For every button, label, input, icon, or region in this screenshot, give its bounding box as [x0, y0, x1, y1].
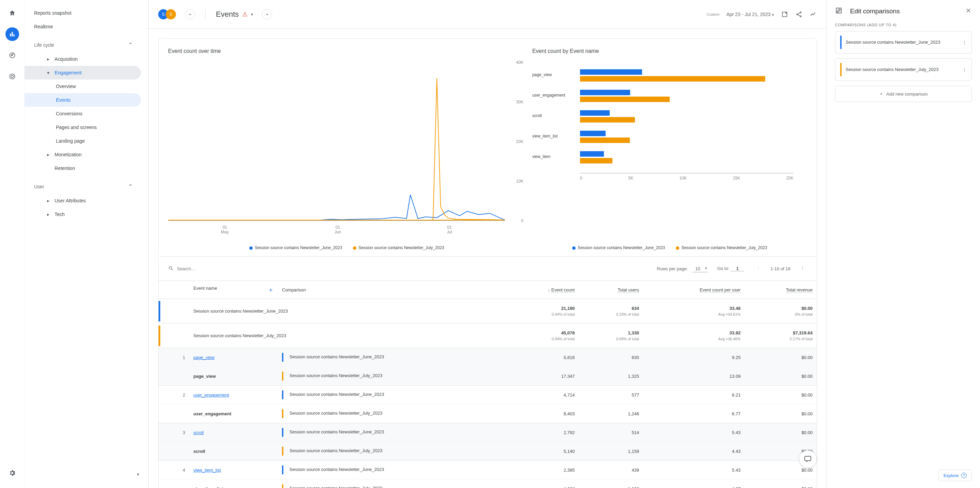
feedback-fab[interactable] [799, 450, 816, 467]
section-label: User [34, 184, 45, 190]
col-event-count[interactable]: Event count [551, 287, 575, 293]
panel-title: Edit comparisons [850, 8, 900, 15]
nav-pages-screens[interactable]: Pages and screens [25, 120, 141, 134]
add-comparison-chip[interactable]: ＋ [185, 9, 195, 19]
reports-icon[interactable] [5, 27, 19, 41]
left-sidebar: Reports snapshot Realtime Life cycle ⌃ ▸… [25, 0, 149, 488]
table-row[interactable]: user_engagementSession source contains N… [159, 404, 817, 423]
home-icon[interactable] [5, 6, 19, 20]
advertising-icon[interactable] [5, 70, 19, 83]
explore-icon[interactable] [5, 48, 19, 62]
nav-events[interactable]: Events [25, 93, 141, 107]
app-rail [0, 0, 25, 488]
nav-acquisition[interactable]: ▸Acquisition [25, 52, 141, 66]
more-icon[interactable]: ⋮ [962, 40, 967, 45]
next-page-button[interactable]: 〉 [800, 264, 807, 273]
svg-rect-0 [10, 33, 11, 36]
insights-icon[interactable] [810, 11, 817, 18]
title-dropdown-icon[interactable]: ▾ [251, 12, 253, 17]
more-icon[interactable]: ⋮ [962, 67, 967, 72]
nav-monetization[interactable]: ▸Monetization [25, 148, 141, 161]
comparison-card[interactable]: Session source contains Newsletter_June_… [835, 31, 972, 54]
line-chart[interactable]: 40K30K20K10K0 01May01Jun01Jul [168, 62, 525, 241]
legend-swatch-blue [572, 246, 576, 250]
table-toolbar: Rows per page: 10 ▾ Go to: 〈 1-10 of 18 … [159, 257, 817, 281]
edit-icon [835, 7, 843, 15]
prev-page-button[interactable]: 〈 [754, 264, 761, 273]
explore-chip[interactable]: Explore ? [939, 470, 972, 481]
legend-swatch-orange [676, 246, 679, 250]
svg-rect-1 [11, 32, 13, 36]
page-title: Events ⚠ ▾ [216, 10, 253, 19]
rows-per-page-label: Rows per page: [657, 266, 688, 271]
table-row[interactable]: page_viewSession source contains Newslet… [159, 367, 817, 386]
nav-user-attributes[interactable]: ▸User Attributes [25, 194, 141, 207]
summary-row: Session source contains Newsletter_July_… [159, 324, 817, 348]
close-icon[interactable] [965, 7, 972, 15]
settings-icon[interactable] [5, 466, 19, 480]
event-link[interactable]: user_engagement [193, 392, 229, 397]
share-icon[interactable] [795, 11, 803, 18]
add-report-button[interactable]: ＋ [262, 9, 272, 19]
table-row[interactable]: 4view_item_listSession source contains N… [159, 461, 817, 480]
nav-engagement[interactable]: ▾Engagement [25, 66, 141, 80]
add-comparison-button[interactable]: ＋ Add new comparison [835, 86, 972, 102]
nav-landing-page[interactable]: Landing page [25, 134, 141, 148]
page-indicator: 1-10 of 18 [770, 266, 791, 271]
table-row[interactable]: 1page_viewSession source contains Newsle… [159, 348, 817, 367]
table-row[interactable]: 3scrollSession source contains Newslette… [159, 423, 817, 442]
search-input[interactable] [177, 266, 234, 271]
section-label: Life cycle [34, 42, 54, 48]
customize-report-icon[interactable] [781, 11, 788, 18]
date-range-type: Custom [706, 12, 719, 16]
svg-point-8 [797, 14, 797, 15]
caret-right-icon: ▸ [45, 152, 51, 157]
table-row[interactable]: 2user_engagementSession source contains … [159, 386, 817, 404]
rows-per-page-select[interactable]: 10 ▾ [692, 266, 708, 272]
svg-point-7 [800, 11, 801, 13]
bar-chart-legend: Session source contains Newsletter_June_… [532, 241, 807, 256]
nav-tech[interactable]: ▸Tech [25, 207, 141, 221]
comparison-card[interactable]: Session source contains Newsletter_July_… [835, 58, 972, 81]
date-range-picker[interactable]: Apr 23 - Jul 21, 2023 ▾ [726, 11, 774, 17]
nav-retention[interactable]: Retention [25, 161, 141, 175]
col-total-revenue[interactable]: Total revenue [786, 287, 813, 293]
nav-overview[interactable]: Overview [25, 80, 141, 93]
nav-section-user[interactable]: User ⌃ [25, 179, 141, 194]
event-link[interactable]: view_item_list [193, 467, 221, 473]
add-dimension-icon[interactable]: ＋ [268, 285, 274, 294]
svg-point-5 [11, 75, 13, 78]
col-total-users[interactable]: Total users [617, 287, 639, 293]
dropdown-icon: ▾ [772, 13, 774, 17]
comparison-stripe [840, 35, 842, 49]
search-icon[interactable] [168, 265, 173, 272]
col-event-count-per-user[interactable]: Event count per user [700, 287, 741, 293]
nav-section-life-cycle[interactable]: Life cycle ⌃ [25, 38, 141, 52]
event-link[interactable]: scroll [193, 430, 204, 435]
nav-conversions[interactable]: Conversions [25, 107, 141, 120]
comparison-text: Session source contains Newsletter_June_… [846, 39, 940, 45]
line-chart-title: Event count over time [168, 48, 525, 54]
bar-chart-title: Event count by Event name [532, 48, 807, 54]
sidebar-collapse-button[interactable] [135, 471, 141, 478]
comparison-text: Session source contains Newsletter_July_… [846, 67, 939, 73]
table-row[interactable]: scrollSession source contains Newsletter… [159, 442, 817, 461]
svg-point-10 [169, 266, 172, 269]
nav-realtime[interactable]: Realtime [25, 20, 141, 33]
col-event-name[interactable]: Event name [193, 285, 217, 291]
avatar-july: S [166, 9, 176, 19]
go-to-label: Go to: [717, 266, 729, 271]
help-icon: ? [961, 473, 967, 478]
comparison-avatars[interactable]: S S [158, 9, 176, 19]
table-row[interactable]: view_item_listSession source contains Ne… [159, 480, 817, 488]
top-bar: S S ＋ Events ⚠ ▾ ＋ Custom Apr 23 - Jul 2… [149, 0, 827, 29]
table-card: Rows per page: 10 ▾ Go to: 〈 1-10 of 18 … [158, 257, 817, 488]
caret-right-icon: ▸ [45, 56, 51, 62]
warning-icon[interactable]: ⚠ [242, 11, 248, 18]
event-link[interactable]: page_view [193, 355, 215, 360]
nav-reports-snapshot[interactable]: Reports snapshot [25, 6, 141, 20]
edit-comparisons-panel: Edit comparisons COMPARISONS (ADD UP TO … [827, 0, 980, 488]
go-to-input[interactable] [730, 266, 744, 271]
bar-chart[interactable]: page_viewuser_engagementscrollview_item_… [532, 62, 807, 241]
chevron-up-icon: ⌃ [128, 41, 133, 48]
